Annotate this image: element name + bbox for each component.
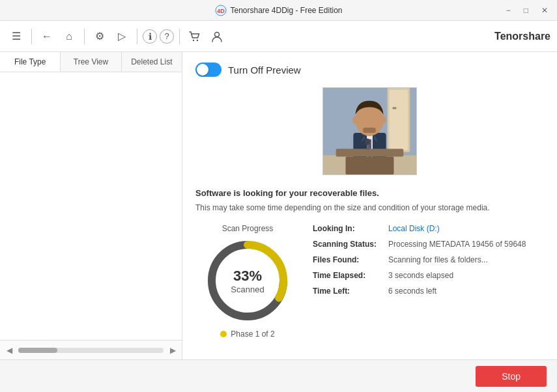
close-button[interactable]: ✕	[537, 5, 552, 16]
window-title: Tenorshare 4DDig - Free Edition	[230, 6, 342, 15]
scrollbar-track[interactable]	[18, 348, 164, 353]
preview-svg	[323, 87, 416, 175]
detail-label-files-found: Files Found:	[313, 255, 384, 264]
status-subtext: This may take some time depending on the…	[195, 202, 544, 214]
scroll-left-button[interactable]: ◀	[3, 344, 16, 357]
sidebar-content	[0, 72, 182, 340]
toolbar: ☰ ← ⌂ ⚙ ▷ ℹ ? Tenorshare	[0, 21, 557, 52]
progress-percent: 33%	[231, 268, 264, 285]
sidebar: File Type Tree View Deleted List ◀ ▶	[0, 52, 182, 359]
tab-tree-view[interactable]: Tree View	[61, 52, 121, 72]
minimize-button[interactable]: −	[502, 5, 515, 16]
detail-label-time-left: Time Left:	[313, 287, 384, 296]
detail-value-looking-in: Local Disk (D:)	[388, 224, 440, 233]
bottom-bar: Stop	[0, 359, 557, 392]
svg-point-4	[215, 32, 220, 36]
settings-icon[interactable]: ⚙	[90, 27, 109, 46]
turn-off-preview-toggle[interactable]	[195, 63, 221, 77]
scrollbar-thumb[interactable]	[18, 348, 57, 353]
stop-button[interactable]: Stop	[476, 366, 547, 387]
maximize-button[interactable]: □	[520, 5, 532, 16]
detail-label-looking-in: Looking In:	[313, 224, 384, 233]
status-heading: Software is looking for your recoverable…	[195, 188, 544, 198]
user-icon[interactable]	[207, 27, 227, 46]
phase-dot-icon	[220, 331, 227, 337]
forward-alt-icon[interactable]: ▷	[112, 27, 132, 46]
svg-rect-9	[393, 107, 397, 109]
detail-label-scanning-status: Scanning Status:	[313, 240, 384, 249]
window-controls: − □ ✕	[502, 5, 552, 16]
phase-indicator: Phase 1 of 2	[220, 329, 274, 339]
detail-value-files-found: Scanning for files & folders...	[388, 255, 488, 264]
menu-icon[interactable]: ☰	[7, 27, 26, 46]
right-panel: Turn Off Preview	[182, 52, 557, 359]
scroll-right-button[interactable]: ▶	[166, 344, 179, 357]
progress-text: 33% Scanned	[231, 268, 264, 294]
detail-row-files-found: Files Found: Scanning for files & folder…	[313, 255, 544, 264]
detail-row-time-elapsed: Time Elapsed: 3 seconds elapsed	[313, 271, 544, 280]
tab-file-type[interactable]: File Type	[0, 52, 61, 72]
detail-value-time-left: 6 seconds left	[388, 287, 436, 296]
main-content: File Type Tree View Deleted List ◀ ▶ Tur…	[0, 52, 557, 359]
scan-progress-left: Scan Progress 33% Scanned	[195, 224, 300, 339]
svg-rect-15	[363, 128, 376, 133]
svg-point-16	[352, 116, 358, 124]
detail-value-time-elapsed: 3 seconds elapsed	[388, 271, 453, 280]
toolbar-divider-3	[137, 29, 137, 44]
toggle-row: Turn Off Preview	[195, 63, 544, 77]
preview-image	[322, 87, 417, 175]
help-icon[interactable]: ?	[160, 29, 174, 44]
toggle-label: Turn Off Preview	[228, 64, 301, 76]
svg-text:4D: 4D	[217, 8, 225, 14]
tab-deleted-list[interactable]: Deleted List	[122, 52, 182, 72]
toolbar-divider-2	[84, 29, 85, 44]
sidebar-scrollbar[interactable]: ◀ ▶	[0, 340, 182, 359]
progress-circle: 33% Scanned	[205, 238, 290, 323]
toolbar-divider-1	[31, 29, 32, 44]
back-icon[interactable]: ←	[37, 27, 57, 46]
scan-details: Looking In: Local Disk (D:) Scanning Sta…	[313, 224, 544, 302]
svg-point-3	[197, 39, 198, 40]
brand-label: Tenorshare	[494, 31, 550, 42]
scan-section: Scan Progress 33% Scanned	[195, 224, 544, 339]
svg-point-21	[365, 139, 370, 145]
svg-rect-19	[346, 156, 394, 175]
titlebar-center: 4D Tenorshare 4DDig - Free Edition	[214, 5, 342, 16]
detail-row-time-left: Time Left: 6 seconds left	[313, 287, 544, 296]
scan-progress-label: Scan Progress	[222, 224, 274, 233]
detail-row-looking-in: Looking In: Local Disk (D:)	[313, 224, 544, 233]
toolbar-divider-4	[179, 29, 180, 44]
phase-label: Phase 1 of 2	[231, 329, 274, 339]
home-icon[interactable]: ⌂	[59, 27, 79, 46]
svg-rect-18	[336, 149, 404, 157]
detail-label-time-elapsed: Time Elapsed:	[313, 271, 384, 280]
titlebar: 4D Tenorshare 4DDig - Free Edition − □ ✕	[0, 0, 557, 21]
detail-row-scanning-status: Scanning Status: Processing METADATA 194…	[313, 240, 544, 249]
svg-point-2	[193, 39, 194, 40]
svg-rect-8	[390, 90, 408, 150]
info-circle-icon[interactable]: ℹ	[143, 29, 157, 44]
preview-image-container	[195, 87, 544, 175]
sidebar-tabs: File Type Tree View Deleted List	[0, 52, 182, 72]
progress-scanned-label: Scanned	[231, 285, 264, 294]
cart-icon[interactable]	[185, 27, 205, 46]
svg-point-17	[381, 116, 386, 124]
detail-value-scanning-status: Processing METADATA 19456 of 59648	[388, 240, 526, 249]
app-logo-icon: 4D	[214, 5, 226, 16]
